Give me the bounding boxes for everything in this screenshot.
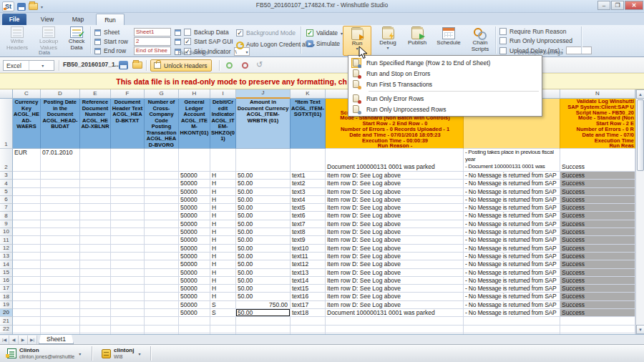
- header-cell-E1[interactable]: Reference Document Number ACGL_HEAD-XBLN…: [80, 99, 111, 149]
- column-header-E[interactable]: E: [80, 89, 111, 99]
- cell-G15[interactable]: [145, 269, 179, 277]
- cell-L21[interactable]: [326, 317, 464, 325]
- cell-G2[interactable]: [145, 149, 179, 172]
- cell-H12[interactable]: 50000: [179, 245, 210, 253]
- cell-N5[interactable]: Success: [560, 188, 635, 196]
- cell-M12[interactable]: - No Message is returned from SAP: [464, 245, 560, 253]
- cell-C11[interactable]: [13, 236, 41, 244]
- row-header-6[interactable]: 6: [0, 196, 13, 204]
- cell-K3[interactable]: text1: [291, 172, 326, 180]
- start-row-input[interactable]: 2: [134, 37, 171, 46]
- cell-K16[interactable]: text14: [291, 277, 326, 285]
- cell-E22[interactable]: [80, 326, 111, 333]
- cell-M9[interactable]: - No Message is returned from SAP: [464, 220, 560, 228]
- vertical-scrollbar[interactable]: ▲ ▼: [635, 89, 644, 334]
- cell-L14[interactable]: Item row D: See Log above: [326, 260, 464, 268]
- cell-F3[interactable]: [111, 172, 145, 180]
- header-cell-C1[interactable]: Currency Key ACGL_HEAD-WAERS: [13, 99, 41, 149]
- restore-button[interactable]: ❐: [611, 1, 624, 10]
- sheet-tab-sheet1[interactable]: Sheet1: [39, 335, 74, 344]
- cell-F7[interactable]: [111, 204, 145, 212]
- cell-K17[interactable]: text15: [291, 285, 326, 293]
- row-header-20[interactable]: 20: [0, 309, 13, 317]
- cell-I22[interactable]: [210, 326, 236, 333]
- cell-H11[interactable]: 50000: [179, 236, 210, 244]
- cell-G16[interactable]: [145, 277, 179, 285]
- cell-J19[interactable]: 750.00: [236, 301, 291, 309]
- cell-D6[interactable]: [41, 196, 80, 204]
- cell-I12[interactable]: H: [210, 245, 236, 253]
- cell-E18[interactable]: [80, 293, 111, 300]
- cell-L4[interactable]: Item row D: See Log above: [326, 180, 464, 187]
- column-header-D[interactable]: D: [41, 89, 80, 99]
- row-header-11[interactable]: 11: [0, 236, 13, 244]
- cell-E11[interactable]: [80, 236, 111, 244]
- cell-H6[interactable]: 50000: [179, 196, 210, 204]
- cell-J8[interactable]: 50.00: [236, 212, 291, 220]
- cell-C14[interactable]: [13, 260, 41, 268]
- cell-D9[interactable]: [41, 220, 80, 228]
- cell-K2[interactable]: [291, 149, 326, 172]
- cell-C7[interactable]: [13, 204, 41, 212]
- cell-F18[interactable]: [111, 293, 145, 300]
- cell-I19[interactable]: S: [210, 301, 236, 309]
- cell-K10[interactable]: text8: [291, 228, 326, 236]
- cell-F13[interactable]: [111, 253, 145, 260]
- cell-L8[interactable]: Item row D: See Log above: [326, 212, 464, 220]
- cell-H19[interactable]: 50000: [179, 301, 210, 309]
- row-header-3[interactable]: 3: [0, 172, 13, 180]
- cell-E16[interactable]: [80, 277, 111, 285]
- cell-N21[interactable]: [560, 317, 635, 325]
- cell-C13[interactable]: [13, 253, 41, 260]
- cell-K14[interactable]: text12: [291, 260, 326, 268]
- row-header-22[interactable]: 22: [0, 326, 13, 333]
- cell-J15[interactable]: 50.00: [236, 269, 291, 277]
- cell-D3[interactable]: [41, 172, 80, 180]
- cell-G9[interactable]: [145, 220, 179, 228]
- header-cell-F1[interactable]: Document Header Text ACGL_HEAD-BKTXT: [111, 99, 145, 149]
- select-all-corner[interactable]: [0, 89, 13, 99]
- row-header-13[interactable]: 13: [0, 253, 13, 260]
- cell-N18[interactable]: Success: [560, 293, 635, 300]
- cell-J11[interactable]: 50.00: [236, 236, 291, 244]
- cell-E3[interactable]: [80, 172, 111, 180]
- cell-F16[interactable]: [111, 277, 145, 285]
- cell-L16[interactable]: Item row D: See Log above: [326, 277, 464, 285]
- cell-D17[interactable]: [41, 285, 80, 293]
- menu-item-run-specified-range-row-2-to-end-of-sheet[interactable]: Run Specified Range (Row 2 to End of She…: [348, 57, 542, 68]
- cell-G17[interactable]: [145, 285, 179, 293]
- cell-H22[interactable]: [179, 326, 210, 333]
- cell-H2[interactable]: [179, 149, 210, 172]
- cell-C3[interactable]: [13, 172, 41, 180]
- cell-H5[interactable]: 50000: [179, 188, 210, 196]
- row-header-10[interactable]: 10: [0, 228, 13, 236]
- cell-E9[interactable]: [80, 220, 111, 228]
- cell-H17[interactable]: 50000: [179, 285, 210, 293]
- cell-L2[interactable]: Document 100000131 0001 was parked: [326, 149, 464, 172]
- cell-N2[interactable]: Success: [560, 149, 635, 172]
- header-cell-D1[interactable]: Posting Date in the Document ACGL_HEAD-B…: [41, 99, 80, 149]
- cell-C4[interactable]: [13, 180, 41, 187]
- cell-D22[interactable]: [41, 326, 80, 333]
- cell-L13[interactable]: Item row D: See Log above: [326, 253, 464, 260]
- simulate-button[interactable]: ▶ Simulate▾: [306, 40, 345, 47]
- header-cell-K1[interactable]: *Item Text ACGL_ITEM-SGTXT(01): [291, 99, 326, 149]
- column-header-G[interactable]: G: [145, 89, 179, 99]
- sap-dropdown-arrow-icon[interactable]: ▾: [138, 351, 140, 356]
- scroll-down-arrow-icon[interactable]: ▼: [636, 325, 644, 334]
- cell-N8[interactable]: Success: [560, 212, 635, 220]
- debug-dropdown-arrow-icon[interactable]: ▾: [375, 47, 401, 50]
- cell-N16[interactable]: Success: [560, 277, 635, 285]
- cell-I4[interactable]: H: [210, 180, 236, 187]
- cell-C19[interactable]: [13, 301, 41, 309]
- cell-D15[interactable]: [41, 269, 80, 277]
- scroll-up-arrow-icon[interactable]: ▲: [636, 89, 644, 99]
- cell-L5[interactable]: Item row D: See Log above: [326, 188, 464, 196]
- cell-J2[interactable]: [236, 149, 291, 172]
- cell-N12[interactable]: Success: [560, 245, 635, 253]
- row-header-19[interactable]: 19: [0, 301, 13, 309]
- user-dropdown-arrow-icon[interactable]: ▾: [79, 351, 81, 356]
- cell-L3[interactable]: Item row D: See Log above: [326, 172, 464, 180]
- cell-I8[interactable]: H: [210, 212, 236, 220]
- cell-M15[interactable]: - No Message is returned from SAP: [464, 269, 560, 277]
